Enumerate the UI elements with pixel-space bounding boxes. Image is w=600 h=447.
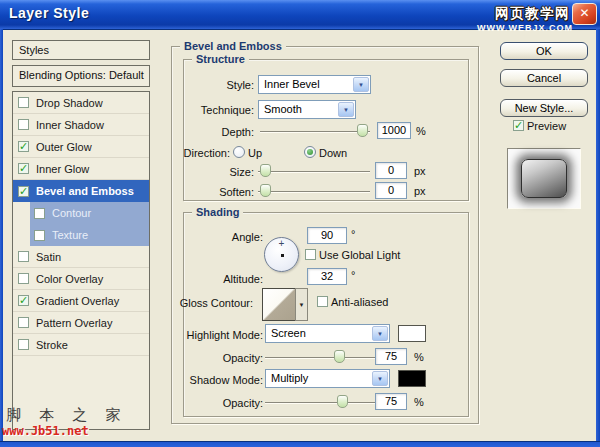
checkbox[interactable] [18, 186, 29, 197]
angle-dial[interactable] [264, 237, 299, 272]
sidebar-item-texture[interactable]: Texture [30, 224, 149, 246]
depth-value-field[interactable]: 1000 [377, 122, 411, 139]
angle-value-field[interactable]: 90 [307, 227, 347, 244]
technique-dropdown[interactable]: Smooth [258, 100, 356, 119]
checkbox[interactable] [18, 251, 29, 262]
checkbox[interactable] [18, 141, 29, 152]
checkbox[interactable] [18, 97, 29, 108]
shadow-color-swatch[interactable] [398, 370, 426, 387]
chevron-down-icon[interactable] [353, 77, 369, 92]
direction-down-radio[interactable] [304, 146, 316, 158]
sidebar-item-drop-shadow[interactable]: Drop Shadow [13, 92, 149, 114]
angle-label: Angle: [170, 231, 263, 243]
direction-up-radio[interactable] [233, 146, 245, 158]
slider-thumb[interactable] [260, 184, 271, 197]
close-button[interactable]: ✕ [572, 3, 597, 25]
window-border-right [596, 29, 600, 441]
chevron-down-icon[interactable] [372, 326, 388, 341]
watermark-bottom-url: www.Jb51.net [2, 424, 89, 438]
highlight-opacity-value-field[interactable]: 75 [375, 348, 407, 365]
direction-label: Direction: [140, 147, 230, 159]
sidebar-item-outer-glow[interactable]: Outer Glow [13, 136, 149, 158]
direction-up-label: Up [248, 147, 272, 159]
highlight-opacity-label: Opacity: [170, 352, 263, 364]
checkbox[interactable] [18, 273, 29, 284]
depth-slider[interactable] [260, 124, 370, 138]
shadow-opacity-unit: % [414, 396, 424, 408]
sidebar-item-inner-glow[interactable]: Inner Glow [13, 158, 149, 180]
chevron-down-icon[interactable] [372, 371, 388, 386]
size-unit: px [414, 165, 426, 177]
cancel-button[interactable]: Cancel [500, 69, 588, 87]
anti-aliased-checkbox[interactable]: Anti-aliased [317, 296, 388, 308]
sidebar-item-contour[interactable]: Contour [30, 202, 149, 224]
style-dropdown[interactable]: Inner Bevel [258, 75, 371, 94]
gloss-contour-swatch[interactable] [262, 288, 296, 321]
altitude-unit: ° [351, 269, 355, 281]
close-icon: ✕ [579, 6, 589, 20]
highlight-opacity-unit: % [414, 351, 424, 363]
depth-label: Depth: [160, 126, 254, 138]
watermark-site-name: 网页教学网 [495, 5, 570, 23]
checkbox[interactable] [34, 208, 45, 219]
soften-value-field[interactable]: 0 [375, 182, 407, 199]
slider-thumb[interactable] [337, 395, 348, 408]
sidebar-item-stroke[interactable]: Stroke [13, 334, 149, 356]
direction-down-label: Down [319, 147, 359, 159]
checkbox[interactable] [18, 317, 29, 328]
shadow-mode-dropdown[interactable]: Multiply [265, 369, 390, 388]
use-global-light-checkbox[interactable]: Use Global Light [305, 249, 400, 261]
ok-button[interactable]: OK [500, 42, 588, 60]
checkbox[interactable] [18, 163, 29, 174]
sidebar-item-bevel-and-emboss[interactable]: Bevel and Emboss [13, 180, 149, 202]
highlight-opacity-slider[interactable] [265, 350, 375, 364]
styles-list: Drop Shadow Inner Shadow Outer Glow Inne… [12, 91, 150, 430]
angle-unit: ° [351, 228, 355, 240]
window-border-left [0, 29, 3, 441]
gloss-contour-arrow[interactable] [295, 288, 308, 321]
panel-title: Bevel and Emboss [180, 40, 286, 52]
highlight-color-swatch[interactable] [398, 325, 426, 342]
watermark-site-url: WWW.WEBJX.COM [477, 23, 573, 33]
watermark-bottom-name: 脚 本 之 家 [6, 406, 128, 425]
styles-header-box: Styles [12, 40, 150, 60]
shadow-opacity-label: Opacity: [170, 397, 263, 409]
style-label: Style: [160, 79, 254, 91]
preview-checkbox[interactable]: Preview [513, 120, 566, 132]
soften-label: Soften: [160, 186, 254, 198]
soften-unit: px [414, 185, 426, 197]
checkbox[interactable] [34, 230, 45, 241]
preview-bevel-image [521, 159, 567, 198]
shadow-opacity-slider[interactable] [265, 395, 375, 409]
altitude-value-field[interactable]: 32 [307, 268, 347, 285]
blending-options-label: Blending Options: Default [13, 66, 149, 81]
slider-thumb[interactable] [334, 350, 345, 363]
layer-style-dialog: Layer Style 网页教学网 ✕ WWW.WEBJX.COM Styles… [0, 0, 600, 447]
chevron-down-icon[interactable] [338, 102, 354, 117]
slider-thumb[interactable] [357, 124, 368, 137]
soften-slider[interactable] [258, 184, 370, 198]
sidebar-item-color-overlay[interactable]: Color Overlay [13, 268, 149, 290]
checkbox[interactable] [18, 119, 29, 130]
style-preview-thumbnail [507, 148, 581, 209]
highlight-mode-dropdown[interactable]: Screen [265, 324, 390, 343]
sidebar-item-satin[interactable]: Satin [13, 246, 149, 268]
slider-thumb[interactable] [260, 164, 271, 177]
structure-title: Structure [192, 53, 249, 65]
new-style-button[interactable]: New Style... [500, 99, 588, 117]
shading-title: Shading [192, 206, 243, 218]
blending-options-item[interactable]: Blending Options: Default [12, 65, 150, 87]
checkbox[interactable] [18, 339, 29, 350]
depth-unit: % [416, 125, 426, 137]
size-value-field[interactable]: 0 [375, 162, 407, 179]
altitude-label: Altitude: [170, 273, 263, 285]
sidebar-item-pattern-overlay[interactable]: Pattern Overlay [13, 312, 149, 334]
sidebar-item-gradient-overlay[interactable]: Gradient Overlay [13, 290, 149, 312]
shadow-opacity-value-field[interactable]: 75 [375, 393, 407, 410]
size-slider[interactable] [258, 164, 370, 178]
checkbox[interactable] [18, 295, 29, 306]
window-title: Layer Style [9, 5, 89, 21]
sidebar-item-inner-shadow[interactable]: Inner Shadow [13, 114, 149, 136]
window-border-bottom [0, 441, 600, 447]
styles-header-label: Styles [13, 41, 149, 56]
